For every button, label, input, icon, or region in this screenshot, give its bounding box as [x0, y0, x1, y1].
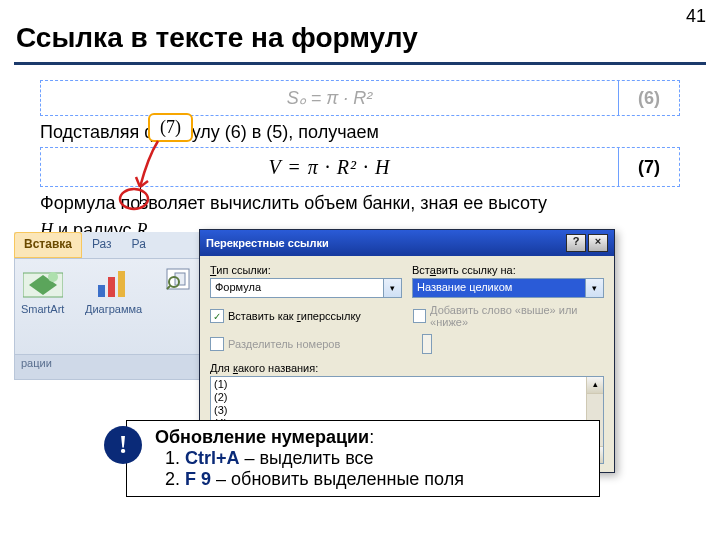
aboveword-checkbox-row: Добавить слово «выше» или «ниже» — [413, 304, 604, 328]
formula-7-number: (7) — [619, 157, 679, 178]
page-number: 41 — [686, 6, 706, 27]
dropdown-icon[interactable]: ▾ — [586, 278, 604, 298]
list-label: Для какого названия: — [210, 362, 604, 374]
tip-note: ! Обновление нумерации: 1. Ctrl+A – выде… — [104, 420, 600, 512]
formula-6-equation: Sₒ = π · R² — [41, 87, 618, 109]
formula-6-number: (6) — [619, 88, 679, 109]
ribbon-tab-2[interactable]: Раз — [82, 232, 122, 258]
separator-label: Разделитель номеров — [228, 338, 340, 350]
type-label: ТТип ссылки:ип ссылки: — [210, 264, 402, 276]
ribbon-tab-insert[interactable]: Вставка — [14, 232, 82, 258]
svg-point-0 — [120, 189, 148, 209]
title-rule — [14, 62, 706, 65]
callout-arrow-icon — [118, 137, 178, 211]
dialog-help-button[interactable]: ? — [566, 234, 586, 252]
insert-on-combobox[interactable]: Название целиком ▾ — [412, 278, 604, 298]
svg-rect-3 — [98, 285, 105, 297]
tip-box: Обновление нумерации: 1. Ctrl+A – выдели… — [126, 420, 600, 497]
word-ribbon: Вставка Раз Ра SmartArt Диаграмма рации — [14, 232, 219, 386]
separator-input — [422, 334, 432, 354]
hyperlink-checkbox-label: Вставить как гиперссылку — [228, 310, 361, 322]
crossref-icon — [165, 267, 193, 293]
checkbox-unchecked-icon — [413, 309, 426, 323]
aboveword-checkbox-label: Добавить слово «выше» или «ниже» — [430, 304, 604, 328]
dialog-close-button[interactable]: × — [588, 234, 608, 252]
ribbon-crossref-button[interactable] — [165, 267, 193, 295]
scroll-up-icon[interactable]: ▴ — [587, 377, 603, 394]
dialog-titlebar[interactable]: Перекрестные ссылки ? × — [200, 230, 614, 256]
slide-title: Ссылка в тексте на формулу — [16, 22, 418, 54]
ribbon-body: SmartArt Диаграмма — [14, 258, 219, 355]
checkbox-unchecked-icon — [210, 337, 224, 351]
ribbon-chart-button[interactable]: Диаграмма — [85, 267, 142, 315]
list-item[interactable]: (2) — [214, 391, 600, 404]
hyperlink-checkbox-row[interactable]: ✓ Вставить как гиперссылку — [210, 304, 401, 328]
exclamation-icon: ! — [104, 426, 142, 464]
svg-rect-7 — [175, 273, 185, 285]
svg-point-2 — [48, 272, 58, 282]
dropdown-icon[interactable]: ▾ — [384, 278, 402, 298]
ribbon-chart-label: Диаграмма — [85, 303, 142, 315]
list-item[interactable]: (1) — [214, 378, 600, 391]
type-value: Формула — [210, 278, 384, 298]
separator-checkbox-row: Разделитель номеров — [210, 334, 410, 354]
type-combobox[interactable]: Формула ▾ — [210, 278, 402, 298]
ribbon-tabs: Вставка Раз Ра — [14, 232, 219, 258]
ribbon-smartart-button[interactable]: SmartArt — [21, 267, 64, 315]
callout-insert-ref: (7) — [148, 113, 193, 142]
formula-row-6: Sₒ = π · R² (6) — [40, 80, 680, 116]
insert-on-value: Название целиком — [412, 278, 586, 298]
insert-on-label: Вставить ссылку на: — [412, 264, 604, 276]
ribbon-group-label: рации — [14, 355, 219, 380]
svg-rect-4 — [108, 277, 115, 297]
ribbon-tab-3[interactable]: Ра — [122, 232, 156, 258]
chart-icon — [94, 267, 134, 301]
checkbox-checked-icon[interactable]: ✓ — [210, 309, 224, 323]
dialog-title: Перекрестные ссылки — [206, 237, 564, 249]
ribbon-smartart-label: SmartArt — [21, 303, 64, 315]
svg-rect-5 — [118, 271, 125, 297]
smartart-icon — [23, 267, 63, 301]
list-item[interactable]: (3) — [214, 404, 600, 417]
